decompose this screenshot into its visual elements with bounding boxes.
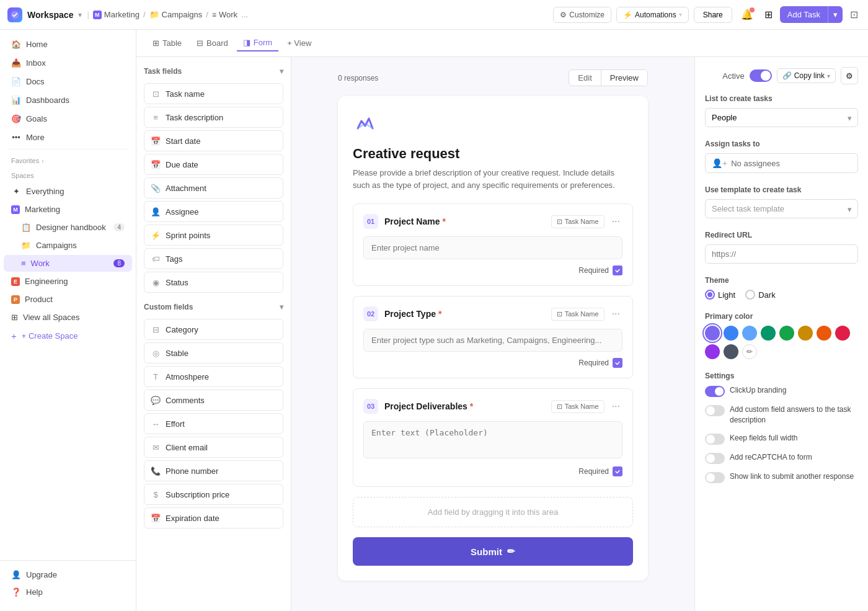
field-1-required-checkbox[interactable] (613, 265, 622, 275)
tab-form[interactable]: ◨ Form (237, 35, 278, 51)
sidebar-item-docs[interactable]: 📄 Docs (4, 73, 132, 90)
edit-button[interactable]: Edit (569, 70, 601, 86)
workspace-logo[interactable] (7, 7, 22, 22)
task-fields-chevron[interactable]: ▾ (280, 67, 283, 76)
sidebar-item-inbox[interactable]: 📥 Inbox (4, 54, 132, 71)
template-select[interactable]: Select task template (705, 199, 858, 218)
color-swatch-7[interactable] (835, 326, 850, 341)
field-category[interactable]: ⊟ Category (144, 319, 283, 340)
submit-button[interactable]: Submit ✏ (353, 537, 633, 566)
list-icon: ≡ (21, 259, 26, 268)
layout-toggle-icon[interactable]: ⊡ (848, 6, 861, 23)
field-2-menu[interactable]: ··· (609, 307, 622, 321)
field-phone-number[interactable]: 📞 Phone number (144, 460, 283, 481)
field-stable[interactable]: ◎ Stable (144, 342, 283, 363)
copy-link-button[interactable]: 🔗 Copy link ▾ (777, 68, 836, 83)
field-attachment[interactable]: 📎 Attachment (144, 177, 283, 198)
redirect-url-input[interactable] (705, 244, 858, 264)
sidebar-item-goals[interactable]: 🎯 Goals (4, 110, 132, 127)
tab-table[interactable]: ⊞ Table (146, 35, 188, 51)
active-toggle[interactable] (750, 69, 772, 82)
list-select[interactable]: People (705, 108, 858, 127)
task-name-icon: ⊡ (151, 89, 161, 99)
field-3-menu[interactable]: ··· (609, 399, 622, 413)
field-assignee[interactable]: 👤 Assignee (144, 201, 283, 222)
sidebar-item-campaigns[interactable]: 📁 Campaigns (4, 237, 132, 254)
color-picker-button[interactable]: ✏ (742, 344, 757, 359)
color-swatch-9[interactable] (724, 344, 738, 359)
color-swatch-2[interactable] (742, 326, 757, 341)
color-swatch-5[interactable] (798, 326, 813, 341)
field-atmosphere[interactable]: T Atmoshpere (144, 366, 283, 387)
field-2-input[interactable] (363, 329, 622, 352)
share-button[interactable]: Share (694, 7, 732, 23)
automations-button[interactable]: ⚡ Automations ▾ (616, 7, 689, 23)
submit-link-toggle[interactable] (705, 472, 725, 483)
color-swatch-1[interactable] (724, 326, 738, 341)
color-swatch-3[interactable] (761, 326, 776, 341)
tab-add-view[interactable]: + View (281, 35, 317, 51)
field-task-description[interactable]: ≡ Task description (144, 107, 283, 128)
sidebar-create-space[interactable]: + + Create Space (4, 327, 132, 345)
field-tags[interactable]: 🏷 Tags (144, 248, 283, 269)
upgrade-button[interactable]: 👤 Upgrade (4, 566, 132, 583)
sidebar-item-designer-handbook[interactable]: 📋 Designer handbook 4 (4, 219, 132, 236)
assignee-selector[interactable]: 👤+ No assignees (705, 153, 858, 173)
field-3-required-checkbox[interactable] (613, 466, 622, 476)
recaptcha-toggle[interactable] (705, 453, 725, 464)
custom-fields-chevron[interactable]: ▾ (280, 303, 283, 311)
sidebar-item-work[interactable]: ≡ Work 8 (4, 255, 132, 272)
sidebar-item-dashboards[interactable]: 📊 Dashboards (4, 91, 132, 109)
custom-field-answers-toggle[interactable] (705, 405, 725, 416)
color-swatch-8[interactable] (705, 344, 720, 359)
theme-light-option[interactable]: Light (705, 290, 735, 300)
sidebar-item-everything[interactable]: ✦ Everything (4, 182, 132, 200)
field-1-menu[interactable]: ··· (609, 215, 622, 228)
form-settings-button[interactable]: ⚙ (841, 67, 858, 84)
breadcrumb-work[interactable]: ≡ Work (212, 10, 237, 19)
breadcrumb-campaigns[interactable]: 📁 Campaigns (149, 10, 203, 19)
field-start-date[interactable]: 📅 Start date (144, 130, 283, 151)
field-effort[interactable]: ↔ Effort (144, 413, 283, 434)
field-subscription-price[interactable]: $ Subscription price (144, 484, 283, 505)
sidebar-item-home[interactable]: 🏠 Home (4, 35, 132, 53)
content-area: ⊞ Table ⊟ Board ◨ Form + View Task field… (136, 30, 868, 611)
theme-dark-option[interactable]: Dark (745, 290, 775, 300)
field-sprint-points[interactable]: ⚡ Sprint points (144, 225, 283, 246)
breadcrumb-more[interactable]: ... (241, 10, 248, 19)
sidebar-item-view-spaces[interactable]: ⊞ View all Spaces (4, 309, 132, 326)
sidebar-item-engineering[interactable]: E Engineering (4, 273, 132, 290)
help-button[interactable]: ❓ Help (4, 584, 132, 600)
field-client-email[interactable]: ✉ Client email (144, 437, 283, 458)
breadcrumb-marketing[interactable]: M Marketing (93, 10, 140, 19)
full-width-toggle[interactable] (705, 434, 725, 445)
field-1-input[interactable] (363, 236, 622, 259)
field-status[interactable]: ◉ Status (144, 272, 283, 293)
field-expiration-date[interactable]: 📅 Expiration date (144, 507, 283, 528)
color-swatch-4[interactable] (779, 326, 794, 341)
notification-icon[interactable]: 🔔 (737, 5, 757, 25)
field-due-date[interactable]: 📅 Due date (144, 154, 283, 175)
add-task-button[interactable]: Add Task ▾ (780, 6, 843, 23)
customize-button[interactable]: ⚙ Customize (553, 7, 611, 23)
field-2-num: 02 (363, 306, 378, 321)
field-3-input[interactable] (363, 421, 622, 458)
workspace-name[interactable]: Workspace (27, 10, 73, 20)
doc-icon: 📋 (21, 223, 31, 232)
sidebar: 🏠 Home 📥 Inbox 📄 Docs 📊 Dashboards 🎯 Goa… (0, 30, 136, 611)
field-2-required-checkbox[interactable] (613, 358, 622, 368)
field-comments[interactable]: 💬 Comments (144, 390, 283, 411)
field-3-num: 03 (363, 399, 378, 414)
field-task-name[interactable]: ⊡ Task name (144, 83, 283, 104)
color-swatch-0[interactable] (705, 326, 720, 341)
grid-view-icon[interactable]: ⊞ (762, 6, 775, 23)
sidebar-divider-1 (7, 149, 128, 149)
sidebar-item-marketing[interactable]: M Marketing (4, 201, 132, 218)
preview-button[interactable]: Preview (601, 70, 647, 86)
sidebar-item-product[interactable]: P Product (4, 291, 132, 308)
tab-board[interactable]: ⊟ Board (190, 35, 234, 51)
color-swatch-6[interactable] (817, 326, 831, 341)
clickup-branding-toggle[interactable] (705, 386, 725, 397)
workspace-chevron[interactable]: ▾ (78, 11, 82, 19)
sidebar-item-more[interactable]: ••• More (4, 128, 132, 146)
